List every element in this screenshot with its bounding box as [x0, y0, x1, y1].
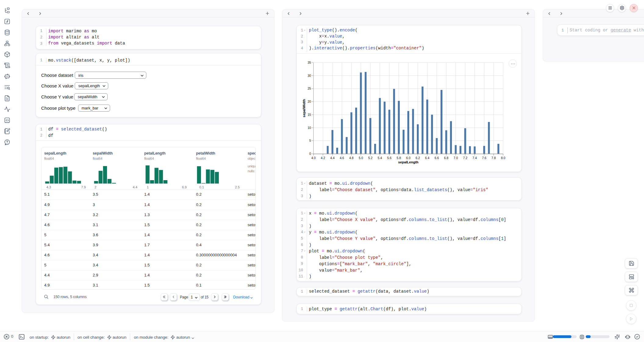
svg-text:5.4: 5.4 [378, 156, 382, 159]
svg-text:25: 25 [308, 87, 311, 90]
svg-text:5.6: 5.6 [387, 156, 392, 159]
svg-text:35: 35 [308, 61, 311, 64]
svg-text:4.6: 4.6 [340, 156, 344, 159]
svg-text:6.8: 6.8 [444, 156, 448, 159]
svg-text:5.8: 5.8 [397, 156, 401, 159]
svg-text:30: 30 [308, 74, 311, 77]
svg-text:7.4: 7.4 [473, 156, 477, 159]
svg-text:4.2: 4.2 [321, 156, 325, 159]
svg-text:5.2: 5.2 [368, 156, 373, 159]
svg-text:6.4: 6.4 [425, 156, 429, 159]
svg-text:15: 15 [308, 113, 311, 116]
svg-text:7.2: 7.2 [463, 156, 467, 159]
svg-text:0: 0 [309, 152, 311, 155]
svg-text:sepalWidth: sepalWidth [302, 99, 306, 117]
svg-text:7.8: 7.8 [492, 156, 496, 159]
svg-text:sepalLength: sepalLength [398, 160, 419, 164]
svg-text:6.2: 6.2 [416, 156, 420, 159]
svg-text:5: 5 [309, 139, 311, 142]
svg-text:8.0: 8.0 [501, 156, 505, 159]
svg-text:4.8: 4.8 [349, 156, 353, 159]
svg-text:6.6: 6.6 [435, 156, 439, 159]
svg-text:20: 20 [308, 100, 311, 103]
svg-text:5.0: 5.0 [359, 156, 363, 159]
svg-text:7.6: 7.6 [482, 156, 486, 159]
svg-text:7.0: 7.0 [453, 156, 458, 159]
svg-text:10: 10 [308, 126, 311, 129]
svg-text:4.4: 4.4 [330, 156, 335, 159]
svg-text:6.0: 6.0 [406, 156, 410, 159]
svg-text:4.0: 4.0 [311, 156, 316, 159]
